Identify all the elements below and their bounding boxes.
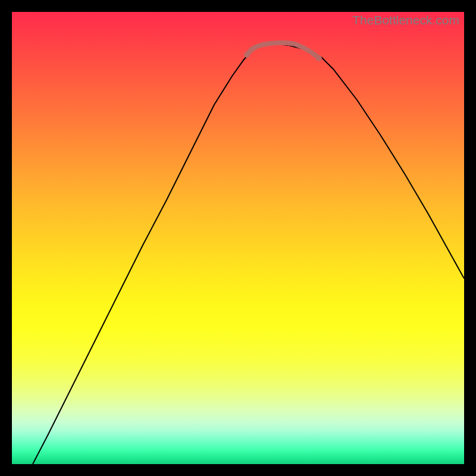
curve-layer [12, 12, 464, 464]
bottleneck-curve [33, 44, 464, 464]
highlight-endpoint [316, 55, 322, 61]
watermark-label: TheBottleneck.com [352, 13, 459, 27]
chart-frame: TheBottleneck.com [0, 0, 476, 476]
highlight-endpoint [244, 52, 250, 58]
highlight-segment [247, 43, 319, 58]
plot-area: TheBottleneck.com [12, 12, 464, 464]
